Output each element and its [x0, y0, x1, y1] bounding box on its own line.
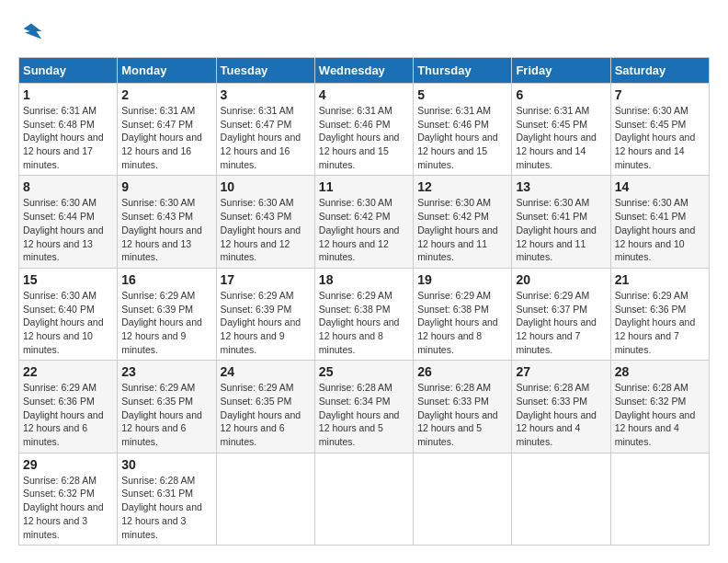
day-info: Sunrise: 6:31 AM Sunset: 6:48 PM Dayligh… — [23, 104, 113, 171]
day-number: 30 — [121, 457, 211, 472]
day-number: 22 — [23, 364, 113, 379]
table-row: 21 Sunrise: 6:29 AM Sunset: 6:36 PM Dayl… — [610, 268, 709, 360]
table-row: 20 Sunrise: 6:29 AM Sunset: 6:37 PM Dayl… — [512, 268, 610, 360]
day-number: 24 — [221, 364, 311, 379]
day-number: 26 — [417, 364, 507, 379]
col-wednesday: Wednesday — [314, 58, 413, 84]
table-row: 16 Sunrise: 6:29 AM Sunset: 6:39 PM Dayl… — [118, 268, 216, 360]
day-info: Sunrise: 6:29 AM Sunset: 6:38 PM Dayligh… — [417, 289, 507, 356]
calendar-table: Sunday Monday Tuesday Wednesday Thursday… — [18, 57, 710, 546]
day-number: 9 — [121, 179, 211, 194]
day-info: Sunrise: 6:28 AM Sunset: 6:32 PM Dayligh… — [615, 381, 705, 448]
empty-cell — [512, 453, 610, 545]
empty-cell — [216, 453, 314, 545]
calendar-week-1: 1 Sunrise: 6:31 AM Sunset: 6:48 PM Dayli… — [19, 84, 710, 176]
day-info: Sunrise: 6:29 AM Sunset: 6:36 PM Dayligh… — [615, 289, 705, 356]
day-info: Sunrise: 6:31 AM Sunset: 6:46 PM Dayligh… — [417, 104, 507, 171]
day-number: 2 — [121, 87, 211, 102]
day-info: Sunrise: 6:29 AM Sunset: 6:39 PM Dayligh… — [221, 289, 311, 356]
table-row: 6 Sunrise: 6:31 AM Sunset: 6:45 PM Dayli… — [512, 84, 610, 176]
day-number: 29 — [23, 457, 113, 472]
day-info: Sunrise: 6:30 AM Sunset: 6:42 PM Dayligh… — [319, 196, 409, 263]
day-number: 28 — [615, 364, 705, 379]
day-info: Sunrise: 6:31 AM Sunset: 6:46 PM Dayligh… — [319, 104, 409, 171]
table-row: 27 Sunrise: 6:28 AM Sunset: 6:33 PM Dayl… — [512, 361, 610, 453]
table-row: 28 Sunrise: 6:28 AM Sunset: 6:32 PM Dayl… — [610, 361, 709, 453]
day-info: Sunrise: 6:28 AM Sunset: 6:32 PM Dayligh… — [23, 474, 113, 541]
table-row: 5 Sunrise: 6:31 AM Sunset: 6:46 PM Dayli… — [414, 84, 512, 176]
day-info: Sunrise: 6:30 AM Sunset: 6:40 PM Dayligh… — [23, 289, 113, 356]
table-row: 11 Sunrise: 6:30 AM Sunset: 6:42 PM Dayl… — [314, 176, 413, 268]
day-info: Sunrise: 6:29 AM Sunset: 6:36 PM Dayligh… — [23, 381, 113, 448]
day-number: 17 — [221, 272, 311, 287]
calendar-header-row: Sunday Monday Tuesday Wednesday Thursday… — [19, 58, 710, 84]
day-info: Sunrise: 6:29 AM Sunset: 6:35 PM Dayligh… — [221, 381, 311, 448]
table-row: 8 Sunrise: 6:30 AM Sunset: 6:44 PM Dayli… — [19, 176, 118, 268]
day-number: 5 — [417, 87, 507, 102]
table-row: 19 Sunrise: 6:29 AM Sunset: 6:38 PM Dayl… — [414, 268, 512, 360]
day-info: Sunrise: 6:29 AM Sunset: 6:35 PM Dayligh… — [121, 381, 211, 448]
day-number: 15 — [23, 272, 113, 287]
table-row: 29 Sunrise: 6:28 AM Sunset: 6:32 PM Dayl… — [19, 453, 118, 545]
table-row: 23 Sunrise: 6:29 AM Sunset: 6:35 PM Dayl… — [118, 361, 216, 453]
calendar-week-2: 8 Sunrise: 6:30 AM Sunset: 6:44 PM Dayli… — [19, 176, 710, 268]
col-monday: Monday — [118, 58, 216, 84]
logo-bird-icon — [18, 18, 44, 44]
empty-cell — [314, 453, 413, 545]
day-number: 21 — [615, 272, 705, 287]
table-row: 22 Sunrise: 6:29 AM Sunset: 6:36 PM Dayl… — [19, 361, 118, 453]
day-info: Sunrise: 6:29 AM Sunset: 6:39 PM Dayligh… — [121, 289, 211, 356]
day-number: 13 — [516, 179, 606, 194]
day-info: Sunrise: 6:28 AM Sunset: 6:33 PM Dayligh… — [516, 381, 606, 448]
day-number: 27 — [516, 364, 606, 379]
day-number: 10 — [221, 179, 311, 194]
table-row: 15 Sunrise: 6:30 AM Sunset: 6:40 PM Dayl… — [19, 268, 118, 360]
calendar-week-3: 15 Sunrise: 6:30 AM Sunset: 6:40 PM Dayl… — [19, 268, 710, 360]
day-number: 6 — [516, 87, 606, 102]
calendar-week-4: 22 Sunrise: 6:29 AM Sunset: 6:36 PM Dayl… — [19, 361, 710, 453]
day-info: Sunrise: 6:30 AM Sunset: 6:44 PM Dayligh… — [23, 196, 113, 263]
day-info: Sunrise: 6:30 AM Sunset: 6:42 PM Dayligh… — [417, 196, 507, 263]
day-number: 11 — [319, 179, 409, 194]
day-info: Sunrise: 6:31 AM Sunset: 6:47 PM Dayligh… — [121, 104, 211, 171]
calendar-week-5: 29 Sunrise: 6:28 AM Sunset: 6:32 PM Dayl… — [19, 453, 710, 545]
table-row: 10 Sunrise: 6:30 AM Sunset: 6:43 PM Dayl… — [216, 176, 314, 268]
logo — [18, 18, 48, 48]
day-info: Sunrise: 6:28 AM Sunset: 6:34 PM Dayligh… — [319, 381, 409, 448]
table-row: 1 Sunrise: 6:31 AM Sunset: 6:48 PM Dayli… — [19, 84, 118, 176]
day-info: Sunrise: 6:29 AM Sunset: 6:38 PM Dayligh… — [319, 289, 409, 356]
day-number: 12 — [417, 179, 507, 194]
day-info: Sunrise: 6:30 AM Sunset: 6:41 PM Dayligh… — [516, 196, 606, 263]
day-info: Sunrise: 6:28 AM Sunset: 6:33 PM Dayligh… — [417, 381, 507, 448]
table-row: 9 Sunrise: 6:30 AM Sunset: 6:43 PM Dayli… — [118, 176, 216, 268]
day-info: Sunrise: 6:30 AM Sunset: 6:43 PM Dayligh… — [221, 196, 311, 263]
day-number: 20 — [516, 272, 606, 287]
day-number: 25 — [319, 364, 409, 379]
table-row: 18 Sunrise: 6:29 AM Sunset: 6:38 PM Dayl… — [314, 268, 413, 360]
col-tuesday: Tuesday — [216, 58, 314, 84]
day-number: 18 — [319, 272, 409, 287]
day-number: 16 — [121, 272, 211, 287]
table-row: 30 Sunrise: 6:28 AM Sunset: 6:31 PM Dayl… — [118, 453, 216, 545]
table-row: 2 Sunrise: 6:31 AM Sunset: 6:47 PM Dayli… — [118, 84, 216, 176]
page-header — [18, 18, 710, 48]
day-number: 8 — [23, 179, 113, 194]
svg-marker-0 — [24, 24, 42, 40]
logo-text — [18, 18, 44, 48]
table-row: 24 Sunrise: 6:29 AM Sunset: 6:35 PM Dayl… — [216, 361, 314, 453]
table-row: 17 Sunrise: 6:29 AM Sunset: 6:39 PM Dayl… — [216, 268, 314, 360]
table-row: 13 Sunrise: 6:30 AM Sunset: 6:41 PM Dayl… — [512, 176, 610, 268]
day-info: Sunrise: 6:28 AM Sunset: 6:31 PM Dayligh… — [121, 474, 211, 541]
day-number: 19 — [417, 272, 507, 287]
col-friday: Friday — [512, 58, 610, 84]
table-row: 25 Sunrise: 6:28 AM Sunset: 6:34 PM Dayl… — [314, 361, 413, 453]
col-thursday: Thursday — [414, 58, 512, 84]
day-number: 23 — [121, 364, 211, 379]
col-saturday: Saturday — [610, 58, 709, 84]
day-info: Sunrise: 6:31 AM Sunset: 6:47 PM Dayligh… — [221, 104, 311, 171]
col-sunday: Sunday — [19, 58, 118, 84]
table-row: 4 Sunrise: 6:31 AM Sunset: 6:46 PM Dayli… — [314, 84, 413, 176]
day-info: Sunrise: 6:29 AM Sunset: 6:37 PM Dayligh… — [516, 289, 606, 356]
table-row: 3 Sunrise: 6:31 AM Sunset: 6:47 PM Dayli… — [216, 84, 314, 176]
table-row: 12 Sunrise: 6:30 AM Sunset: 6:42 PM Dayl… — [414, 176, 512, 268]
